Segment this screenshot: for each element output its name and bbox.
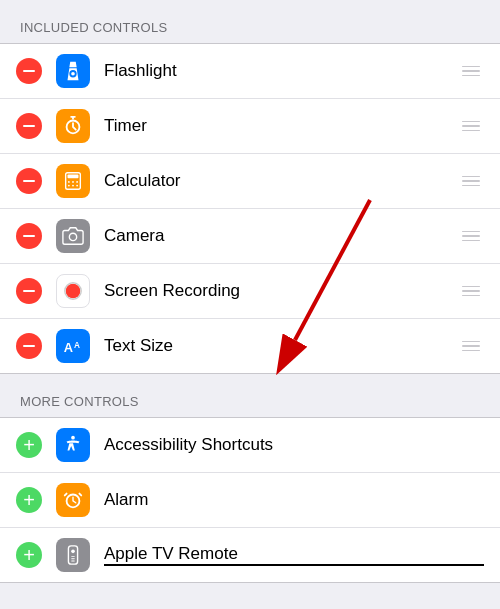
svg-rect-19 xyxy=(71,556,75,557)
svg-rect-20 xyxy=(71,558,75,559)
list-item: Screen Recording xyxy=(0,264,500,319)
list-item: Timer xyxy=(0,99,500,154)
drag-handle[interactable] xyxy=(458,117,484,136)
timer-icon xyxy=(56,109,90,143)
appletv-icon xyxy=(56,538,90,572)
drag-handle[interactable] xyxy=(458,62,484,81)
svg-text:A: A xyxy=(64,340,73,355)
more-controls-header: MORE CONTROLS xyxy=(0,374,500,417)
remove-button[interactable] xyxy=(16,113,42,139)
remove-button[interactable] xyxy=(16,333,42,359)
svg-point-18 xyxy=(71,550,75,554)
included-controls-section: INCLUDED CONTROLS Flashlight Timer xyxy=(0,0,500,374)
calculator-icon xyxy=(56,164,90,198)
item-label: Timer xyxy=(104,116,458,136)
item-label: Flashlight xyxy=(104,61,458,81)
add-button[interactable] xyxy=(16,487,42,513)
list-item: Calculator xyxy=(0,154,500,209)
list-item: Alarm xyxy=(0,473,500,528)
item-label: Apple TV Remote xyxy=(104,544,484,566)
svg-point-8 xyxy=(76,185,78,187)
flashlight-icon xyxy=(56,54,90,88)
remove-button[interactable] xyxy=(16,223,42,249)
screen-recording-icon xyxy=(56,274,90,308)
item-label: Alarm xyxy=(104,490,484,510)
text-size-icon: AA xyxy=(56,329,90,363)
list-item: Camera xyxy=(0,209,500,264)
item-label: Text Size xyxy=(104,336,458,356)
svg-text:A: A xyxy=(74,341,80,350)
remove-button[interactable] xyxy=(16,278,42,304)
included-controls-header: INCLUDED CONTROLS xyxy=(0,0,500,43)
svg-rect-21 xyxy=(71,561,75,562)
list-item: AA Text Size xyxy=(0,319,500,373)
add-button[interactable] xyxy=(16,432,42,458)
accessibility-icon xyxy=(56,428,90,462)
list-item: Apple TV Remote xyxy=(0,528,500,582)
svg-point-15 xyxy=(71,436,75,440)
item-label: Calculator xyxy=(104,171,458,191)
list-item: Accessibility Shortcuts xyxy=(0,418,500,473)
svg-rect-2 xyxy=(68,175,79,179)
drag-handle[interactable] xyxy=(458,337,484,356)
remove-button[interactable] xyxy=(16,58,42,84)
alarm-icon xyxy=(56,483,90,517)
svg-point-9 xyxy=(69,233,76,240)
drag-handle[interactable] xyxy=(458,172,484,191)
svg-point-4 xyxy=(72,181,74,183)
drag-handle[interactable] xyxy=(458,227,484,246)
remove-button[interactable] xyxy=(16,168,42,194)
svg-rect-17 xyxy=(68,546,77,564)
more-controls-list: Accessibility Shortcuts Alarm Apple TV R… xyxy=(0,417,500,583)
list-item: Flashlight xyxy=(0,44,500,99)
more-controls-section: MORE CONTROLS Accessibility Shortcuts Al… xyxy=(0,374,500,583)
drag-handle[interactable] xyxy=(458,282,484,301)
included-controls-list: Flashlight Timer xyxy=(0,43,500,374)
svg-point-6 xyxy=(68,185,70,187)
svg-point-7 xyxy=(72,185,74,187)
item-label: Camera xyxy=(104,226,458,246)
item-label: Screen Recording xyxy=(104,281,458,301)
svg-point-11 xyxy=(69,287,76,294)
svg-point-5 xyxy=(76,181,78,183)
svg-point-3 xyxy=(68,181,70,183)
camera-icon xyxy=(56,219,90,253)
add-button[interactable] xyxy=(16,542,42,568)
item-label: Accessibility Shortcuts xyxy=(104,435,484,455)
